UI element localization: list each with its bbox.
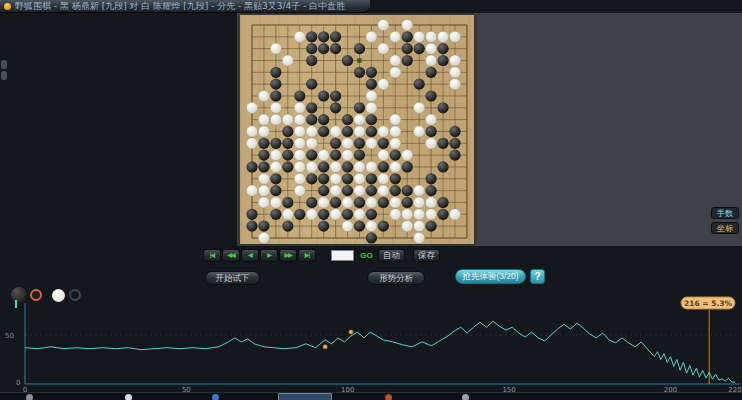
window-title: 野狐围棋 - 黑 杨鼎新 [九段] 对 白 陈耀烨 [九段] - 分先 - 黑贴… (15, 0, 345, 13)
taskbar (0, 392, 742, 400)
dock-handle[interactable] (1, 71, 7, 80)
rewind-button[interactable]: ◀◀ (222, 249, 240, 262)
app-icon (4, 3, 11, 10)
situation-judge-button[interactable]: 形势分析 (367, 271, 425, 285)
last-move-button[interactable]: ▶| (298, 249, 316, 262)
taskbar-icon[interactable] (212, 394, 219, 400)
fast-forward-button[interactable]: ▶▶ (279, 249, 297, 262)
taskbar-icon[interactable] (385, 394, 392, 400)
taskbar-window-preview[interactable] (278, 393, 332, 400)
go-button[interactable]: GO (358, 249, 375, 262)
coordinates-toggle[interactable]: 坐标 (711, 222, 739, 234)
taskbar-icon[interactable] (125, 394, 132, 400)
go-board[interactable] (240, 15, 474, 244)
winrate-graph[interactable]: 500050100150200220216 = 5.3% (0, 295, 742, 395)
move-numbers-toggle[interactable]: 手数 (711, 207, 739, 219)
taskbar-icon[interactable] (462, 394, 469, 400)
first-move-button[interactable]: |◀ (203, 249, 221, 262)
titlebar[interactable]: 野狐围棋 - 黑 杨鼎新 [九段] 对 白 陈耀烨 [九段] - 分先 - 黑贴… (0, 0, 370, 13)
back-button[interactable]: ◀ (241, 249, 259, 262)
save-button[interactable]: 保存 (413, 249, 440, 262)
move-number-input[interactable] (331, 250, 354, 261)
go-board-canvas (240, 15, 474, 244)
app-window: 野狐围棋 - 黑 杨鼎新 [九段] 对 白 陈耀烨 [九段] - 分先 - 黑贴… (0, 0, 742, 400)
start-trial-button[interactable]: 开始试下 (205, 271, 260, 285)
svg-text:50: 50 (5, 332, 14, 340)
dock-handle[interactable] (1, 60, 7, 69)
svg-text:0: 0 (16, 379, 20, 387)
forward-button[interactable]: ▶ (260, 249, 278, 262)
winrate-graph-canvas: 500050100150200220216 = 5.3% (0, 295, 742, 395)
help-button[interactable]: ? (530, 269, 545, 284)
ai-analysis-button[interactable]: 抢先体验(3/20) (455, 269, 526, 284)
svg-text:216 = 5.3%: 216 = 5.3% (684, 299, 732, 308)
auto-play-button[interactable]: 自动 (378, 249, 405, 262)
taskbar-icon[interactable] (26, 394, 33, 400)
